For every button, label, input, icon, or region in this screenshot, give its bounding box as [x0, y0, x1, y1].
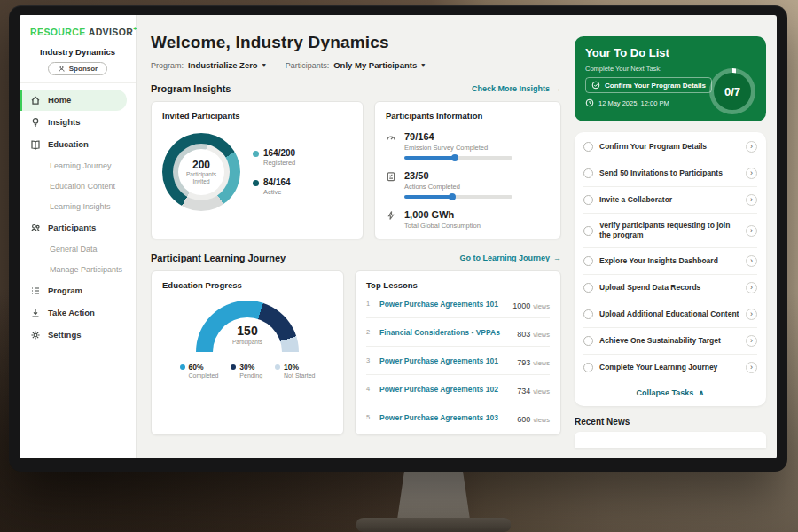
card-title: Invited Participants [162, 111, 352, 121]
sidebar-item-general-data[interactable]: General Data [20, 239, 136, 259]
sidebar-item-label: Participants [48, 223, 96, 232]
task-checkbox[interactable] [583, 142, 593, 152]
top-lessons-card: Top Lessons 1 Power Purchase Agreements … [355, 270, 561, 435]
completed-label: Completed [189, 372, 219, 379]
pending-value: 30% [239, 363, 262, 372]
chevron-right-icon[interactable]: › [746, 255, 757, 267]
task-item[interactable]: Confirm Your Program Details › [583, 134, 757, 160]
task-checkbox[interactable] [583, 168, 593, 178]
monitor-frame: RESOURCE ADVISOR+ Industry Dynamics Spon… [9, 5, 787, 472]
lesson-link[interactable]: Power Purchase Agreements 102 [379, 385, 511, 394]
collapse-tasks-link[interactable]: Collapse Tasks ∧ [583, 380, 757, 406]
sidebar-item-insights[interactable]: Insights [20, 112, 136, 133]
sidebar-item-learning-journey[interactable]: Learning Journey [20, 156, 136, 176]
task-label: Upload Spend Data Records [599, 283, 739, 293]
legend-item-not-started: 10% Not Started [275, 363, 315, 379]
task-item[interactable]: Upload Spend Data Records › [583, 275, 757, 301]
invited-participants-card: Invited Participants 200 Participants In… [151, 101, 364, 239]
chevron-right-icon[interactable]: › [746, 168, 757, 179]
lesson-link[interactable]: Power Purchase Agreements 101 [379, 356, 511, 365]
legend-dot [231, 364, 236, 370]
task-item[interactable]: Achieve One Sustainability Target › [583, 328, 757, 355]
sidebar-item-education-content[interactable]: Education Content [20, 176, 136, 196]
sidebar-item-participants[interactable]: Participants [20, 217, 136, 239]
participants-filter-label: Participants: [286, 61, 330, 70]
task-item[interactable]: Explore Your Insights Dashboard › [583, 248, 757, 275]
participants-filter-value: Only My Participants [333, 60, 417, 70]
sidebar-item-label: Learning Insights [50, 202, 111, 211]
checklist-icon [386, 171, 396, 182]
monitor-stand-base [356, 518, 511, 532]
brand-primary: RESOURCE [30, 27, 86, 37]
task-checkbox[interactable] [583, 309, 593, 319]
sidebar-item-label: Program [48, 286, 82, 295]
task-item[interactable]: Send 50 Invitations to Participants › [583, 160, 757, 187]
chevron-right-icon[interactable]: › [746, 335, 757, 347]
chevron-right-icon[interactable]: › [746, 309, 757, 320]
next-task[interactable]: Confirm Your Program Details [585, 77, 712, 93]
not-started-label: Not Started [284, 372, 315, 379]
person-icon [58, 65, 66, 73]
lesson-rank: 4 [366, 385, 373, 393]
completed-value: 60% [189, 363, 219, 372]
task-item[interactable]: Verify participants requesting to join t… [583, 214, 757, 248]
program-filter[interactable]: Program: Industrialize Zero ▾ [151, 60, 266, 70]
participants-count: 150 [196, 324, 299, 338]
task-checkbox[interactable] [583, 195, 593, 205]
card-title: Education Progress [162, 280, 332, 290]
task-label: Explore Your Insights Dashboard [599, 256, 739, 266]
task-checkbox[interactable] [583, 283, 593, 293]
lesson-link[interactable]: Financial Considerations - VPPAs [379, 328, 511, 337]
sidebar-item-settings[interactable]: Settings [20, 325, 136, 346]
people-icon [30, 223, 41, 233]
sidebar-item-program[interactable]: Program [20, 280, 136, 301]
task-checkbox[interactable] [583, 336, 593, 346]
todo-progress-value: 0/7 [724, 85, 740, 98]
active-label: Active [263, 188, 291, 196]
education-progress-gauge-chart: 150 Participants [196, 301, 299, 352]
chevron-right-icon[interactable]: › [746, 225, 757, 237]
lesson-views-unit: views [533, 387, 550, 395]
chevron-down-icon: ▾ [262, 61, 266, 69]
sponsor-badge-label: Sponsor [69, 65, 98, 73]
chevron-right-icon[interactable]: › [746, 141, 757, 153]
brand-secondary: ADVISOR [89, 27, 134, 37]
org-name: Industry Dynamics [20, 47, 136, 57]
lesson-views-unit: views [533, 331, 550, 339]
monitor-stand-neck [397, 470, 470, 520]
active-value: 84/164 [263, 177, 291, 187]
chevron-up-icon: ∧ [698, 388, 704, 397]
task-checkbox[interactable] [583, 363, 593, 372]
recent-news-title: Recent News [575, 417, 766, 426]
chevron-right-icon[interactable]: › [746, 362, 757, 373]
link-label: Check More Insights [472, 84, 550, 93]
legend-item-pending: 30% Pending [231, 363, 262, 379]
recent-news-card [575, 432, 766, 448]
task-item[interactable]: Upload Additional Educational Content › [583, 301, 757, 328]
chevron-right-icon[interactable]: › [746, 282, 757, 293]
card-title: Top Lessons [366, 280, 550, 290]
sidebar-item-manage-participants[interactable]: Manage Participants [20, 260, 136, 279]
task-item[interactable]: Complete Your Learning Journey › [583, 355, 757, 380]
sidebar-item-learning-insights[interactable]: Learning Insights [20, 197, 136, 216]
chevron-right-icon[interactable]: › [746, 194, 757, 206]
info-row-consumption: 1,000 GWh Total Global Consumption [386, 209, 550, 230]
check-more-insights-link[interactable]: Check More Insights → [472, 84, 561, 93]
task-checkbox[interactable] [583, 226, 593, 236]
sidebar-item-take-action[interactable]: Take Action [20, 302, 136, 324]
lesson-link[interactable]: Power Purchase Agreements 101 [379, 300, 506, 309]
lesson-link[interactable]: Power Purchase Agreements 103 [379, 413, 511, 422]
sidebar-item-label: Insights [48, 117, 80, 127]
lesson-views: 793 [517, 358, 530, 367]
sidebar-item-label: Education Content [50, 182, 115, 191]
task-checkbox[interactable] [583, 256, 593, 266]
sidebar-item-label: General Data [50, 245, 98, 254]
home-icon [30, 95, 41, 106]
sidebar-item-education[interactable]: Education [20, 134, 136, 155]
go-to-learning-journey-link[interactable]: Go to Learning Journey → [459, 254, 561, 262]
sidebar-item-home[interactable]: Home [20, 90, 127, 111]
task-item[interactable]: Invite a Collaborator › [583, 187, 757, 214]
emission-survey-value: 79/164 [404, 131, 512, 142]
sponsor-badge[interactable]: Sponsor [48, 62, 107, 75]
participants-filter[interactable]: Participants: Only My Participants ▾ [286, 60, 426, 70]
